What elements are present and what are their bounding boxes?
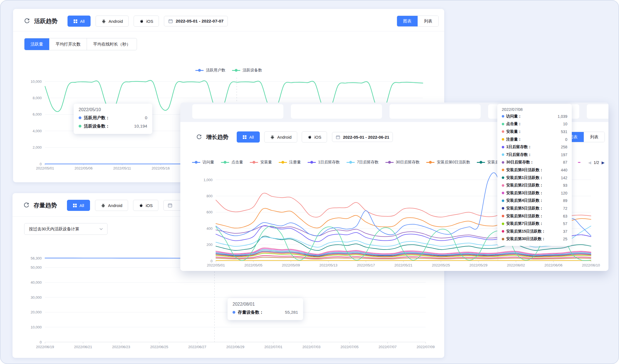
legend-item-act-day3[interactable]: 安装后第3日活跃数 bbox=[578, 160, 580, 165]
metric-tabs: 活跃量平均打开次数平均在线时长（秒） bbox=[24, 38, 137, 50]
platform-tabs: AllAndroidiOS bbox=[237, 131, 327, 143]
platform-tab-ios[interactable]: iOS bbox=[133, 200, 158, 211]
platform-tab-ios[interactable]: iOS bbox=[302, 131, 327, 143]
tooltip-row: 安装后第6日活跃数：63 bbox=[502, 212, 567, 220]
legend-item-retain-7d[interactable]: 7日后留存数 bbox=[346, 160, 379, 165]
x-axis-label: 2022/06/25 bbox=[150, 345, 168, 349]
y-axis-label: 800 bbox=[206, 194, 213, 198]
platform-tab-all[interactable]: All bbox=[68, 16, 91, 27]
series-dot-icon bbox=[502, 238, 504, 240]
date-range-picker[interactable]: 2022-05-01 - 2022-06-21 bbox=[332, 132, 393, 142]
stat-card[interactable] bbox=[291, 104, 382, 119]
stat-card[interactable] bbox=[587, 104, 608, 119]
x-axis-label: 2022/07/03 bbox=[302, 345, 320, 349]
legend-item-active-devices[interactable]: 活跃设备数 bbox=[232, 68, 262, 73]
view-toggle-chart[interactable]: 图表 bbox=[397, 16, 418, 26]
platform-tab-android[interactable]: Android bbox=[96, 16, 129, 27]
y-axis-label: 0 bbox=[40, 162, 42, 166]
y-axis-label: 1,000 bbox=[203, 178, 213, 182]
legend-item-installs[interactable]: 安装量 bbox=[250, 160, 272, 165]
refresh-icon[interactable] bbox=[196, 134, 202, 140]
tooltip-label: 注册量： bbox=[506, 137, 522, 142]
metric-tab-0[interactable]: 活跃量 bbox=[24, 38, 49, 50]
legend-label: 1日后留存数 bbox=[318, 160, 340, 165]
tooltip-label: 活跃设备数： bbox=[84, 123, 110, 129]
series-dot-icon bbox=[502, 192, 504, 194]
platform-tab-android[interactable]: Android bbox=[264, 131, 298, 143]
platform-tab-ios[interactable]: iOS bbox=[134, 16, 159, 27]
date-range-picker[interactable]: 2022-05-01 - 2022-07-07 bbox=[164, 16, 228, 26]
y-axis-label: 4,000 bbox=[33, 129, 42, 133]
y-axis-label: 40,000 bbox=[31, 280, 42, 285]
series-dot-icon bbox=[502, 223, 504, 225]
android-icon bbox=[270, 135, 275, 139]
stat-card[interactable] bbox=[390, 104, 481, 119]
platform-tab-all[interactable]: All bbox=[237, 131, 260, 143]
legend-item-visits[interactable]: 访问量 bbox=[192, 160, 214, 165]
tooltip-row: 注册量：0 bbox=[502, 136, 567, 143]
legend-item-retain-30d[interactable]: 30日后留存数 bbox=[385, 160, 420, 165]
calc-method-select[interactable]: 按过去30天内活跃设备计算 bbox=[24, 223, 108, 235]
tooltip-value: 55,281 bbox=[281, 310, 298, 315]
stat-card[interactable] bbox=[192, 104, 283, 119]
tooltip-value: 72 bbox=[559, 206, 567, 211]
legend-label: 安装后第0日活跃数 bbox=[437, 160, 470, 165]
legend-marker-icon bbox=[195, 69, 204, 72]
tooltip-rows: 活跃用户数：0活跃设备数：10,194 bbox=[79, 114, 147, 130]
refresh-icon[interactable] bbox=[24, 18, 30, 24]
series-dot-icon bbox=[502, 146, 504, 148]
tooltip-value: 440 bbox=[557, 168, 567, 172]
x-axis-label: 2022/07/01 bbox=[264, 345, 282, 349]
platform-tab-label: All bbox=[249, 135, 254, 139]
android-icon bbox=[101, 203, 106, 208]
legend-label: 安装量 bbox=[260, 160, 272, 165]
legend-item-active-users[interactable]: 活跃用户数 bbox=[195, 68, 225, 73]
android-icon bbox=[101, 19, 106, 24]
metric-tab-2[interactable]: 平均在线时长（秒） bbox=[87, 38, 137, 50]
panel-title: 活跃趋势 bbox=[34, 17, 58, 25]
legend-item-registers[interactable]: 注册量 bbox=[279, 160, 301, 165]
platform-tab-android[interactable]: Android bbox=[95, 200, 128, 211]
tooltip-value: 93 bbox=[559, 183, 567, 188]
tooltip-label: 访问量： bbox=[506, 114, 522, 119]
platform-tab-all[interactable]: All bbox=[67, 200, 90, 211]
grid-icon bbox=[243, 135, 247, 139]
calc-method-value: 按过去30天内活跃设备计算 bbox=[29, 226, 79, 232]
y-axis-label: 2,000 bbox=[33, 145, 42, 149]
tooltip-row: 安装后第7日活跃数：57 bbox=[502, 220, 567, 228]
prev-page-icon[interactable]: ◀ bbox=[588, 160, 591, 165]
refresh-icon[interactable] bbox=[23, 202, 30, 209]
y-axis-label: 30,000 bbox=[31, 295, 42, 300]
tooltip-label: 活跃用户数： bbox=[84, 115, 110, 121]
platform-tab-label: Android bbox=[277, 135, 292, 139]
tooltip-label: 安装后第30日活跃数： bbox=[506, 236, 546, 241]
x-axis-label: 2022/05/11 bbox=[113, 166, 131, 170]
series-dot-icon bbox=[502, 161, 504, 164]
tooltip-value: 25 bbox=[559, 237, 567, 241]
view-toggle-list[interactable]: 列表 bbox=[584, 132, 605, 142]
tooltip-row: 安装后第3日活跃数：120 bbox=[502, 189, 567, 197]
view-toggle-list[interactable]: 列表 bbox=[418, 16, 438, 26]
apple-icon bbox=[139, 19, 144, 24]
chart-legend: 活跃用户数活跃设备数 bbox=[13, 68, 444, 73]
legend-item-clicks[interactable]: 点击量 bbox=[221, 160, 243, 165]
tooltip-value: 10 bbox=[559, 122, 567, 126]
next-page-icon[interactable]: ▶ bbox=[601, 160, 605, 165]
series-dot-icon bbox=[502, 130, 504, 133]
x-axis-label: 2022/05/21 bbox=[394, 263, 412, 267]
legend-marker-icon bbox=[477, 161, 485, 164]
series-dot-icon bbox=[502, 184, 504, 187]
calendar-icon bbox=[336, 135, 340, 139]
x-axis-label: 2022/07/09 bbox=[416, 345, 435, 349]
y-axis-label: 20,000 bbox=[31, 310, 42, 314]
legend-item-act-day0[interactable]: 安装后第0日活跃数 bbox=[426, 160, 470, 165]
tooltip-value: 531 bbox=[557, 129, 567, 134]
legend-marker-icon bbox=[426, 161, 435, 164]
platform-tab-label: iOS bbox=[146, 203, 153, 208]
grid-icon bbox=[73, 203, 77, 208]
legend-item-retain-1d[interactable]: 1日后留存数 bbox=[308, 160, 340, 165]
platform-tab-label: All bbox=[79, 203, 84, 208]
legend-marker-icon bbox=[192, 161, 200, 164]
dashboard-screen: 活跃趋势 AllAndroidiOS 2022-05-01 - 2022-07-… bbox=[0, 0, 619, 364]
metric-tab-1[interactable]: 平均打开次数 bbox=[49, 38, 87, 50]
